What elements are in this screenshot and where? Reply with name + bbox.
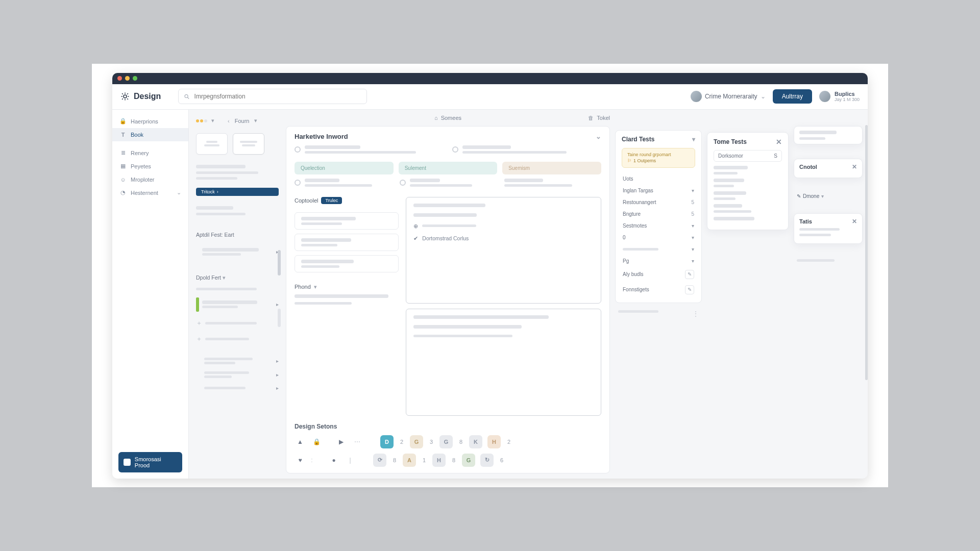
property-row[interactable]: ▾	[622, 243, 695, 255]
trash-icon[interactable]: 🗑	[588, 115, 594, 121]
inline-control[interactable]: ✔ Dortomstrad Corlus	[413, 235, 594, 241]
option-row[interactable]	[400, 179, 497, 187]
ds-count: 8	[391, 457, 398, 463]
window-minimize-dot[interactable]	[125, 76, 130, 81]
sidebar-item-renery[interactable]: ≣ Renery	[112, 146, 188, 160]
clard-card: Clard Tests ▾ Taine round grpomart ⚐ 1 O…	[615, 130, 702, 303]
heart-icon[interactable]: ♥	[295, 455, 306, 466]
main-area: ▾ ‹ Fourn ▾	[189, 110, 868, 479]
option-row[interactable]	[452, 145, 602, 154]
ds-button[interactable]: G	[410, 435, 423, 448]
property-row[interactable]: Sestmotes▾	[622, 220, 695, 232]
component-slot[interactable]	[295, 255, 399, 272]
option-row[interactable]	[295, 145, 444, 154]
ds-button[interactable]: K	[469, 435, 482, 448]
current-user[interactable]: Buplics Jay 1 M 300	[819, 91, 860, 102]
chip[interactable]: Quelection	[295, 162, 394, 174]
inline-control[interactable]: ⊕	[413, 223, 594, 229]
list-item[interactable]: ▸	[194, 296, 281, 313]
component-label: Coptoolel	[295, 197, 318, 204]
option-row[interactable]	[504, 179, 601, 187]
window-zoom-dot[interactable]	[133, 76, 137, 81]
property-row[interactable]: 0▾	[622, 232, 695, 243]
search-field[interactable]	[178, 89, 367, 104]
home-icon[interactable]: ⌂	[434, 115, 438, 121]
property-row[interactable]: Restounangert5	[622, 196, 695, 208]
component-tag[interactable]: Trulec	[321, 197, 342, 204]
ds-button[interactable]: H	[432, 454, 446, 467]
close-icon[interactable]: ✕	[852, 218, 857, 225]
page-thumbnail[interactable]	[196, 133, 228, 155]
dot-icon[interactable]: ●	[328, 455, 339, 466]
main-scrollbar[interactable]	[865, 125, 868, 380]
property-row[interactable]: Aly budls✎	[622, 267, 695, 282]
property-row[interactable]: Inglan Targas▾	[622, 185, 695, 196]
chevron-down-icon[interactable]: ▾	[211, 117, 214, 124]
preview-box[interactable]: ⊕ ✔ Dortomstrad Corlus	[406, 197, 601, 304]
property-row[interactable]: Fonnstigets✎	[622, 282, 695, 297]
page-thumbnail[interactable]	[233, 133, 264, 155]
tritock-pill[interactable]: Tritock›	[196, 188, 279, 196]
ds-button[interactable]: D	[380, 435, 394, 448]
list-item[interactable]: ▸	[194, 357, 281, 365]
scrollbar-thumb[interactable]	[278, 250, 281, 276]
ds-button[interactable]: ↻	[480, 454, 494, 467]
property-row[interactable]: Uots	[622, 173, 695, 185]
option-row[interactable]	[295, 179, 391, 187]
account-name: Crime Morneraraity	[705, 93, 757, 100]
chevron-down-icon[interactable]: ▾	[254, 117, 257, 124]
chevron-down-icon[interactable]: ⌄	[596, 133, 601, 140]
list-item[interactable]: ＋	[194, 318, 281, 329]
chevron-down-icon[interactable]: ▾	[692, 136, 695, 143]
tome-field[interactable]: Dorksomor S	[714, 150, 782, 162]
primary-action-button[interactable]: Aultrray	[773, 89, 812, 104]
list-item[interactable]: ▸	[194, 244, 281, 260]
lock-icon: 🔒	[119, 118, 127, 125]
list-item[interactable]: ▸	[194, 384, 281, 392]
component-slot[interactable]	[295, 234, 399, 251]
window-titlebar	[112, 73, 868, 84]
ds-button[interactable]: G	[439, 435, 453, 448]
tome-title: Tome Tests	[714, 138, 747, 145]
edit-icon[interactable]: ✎	[685, 270, 694, 279]
ds-button[interactable]: A	[403, 454, 416, 467]
window-close-dot[interactable]	[117, 76, 122, 81]
sidebar-item-mroploter[interactable]: ☺ Mroploter	[112, 173, 188, 186]
scrollbar-thumb[interactable]	[278, 309, 281, 327]
ds-button[interactable]: G	[462, 454, 475, 467]
cnotol-title: Cnotol	[799, 164, 817, 170]
chip[interactable]: Suemism	[502, 162, 601, 174]
gear-icon	[120, 92, 130, 101]
sidebar-item-peyetes[interactable]: ▦ Peyetes	[112, 160, 188, 173]
promo-button[interactable]: Smorosasi Prood	[118, 452, 182, 472]
app-logo[interactable]: Design	[120, 92, 161, 101]
lock-icon[interactable]: 🔒	[311, 436, 322, 447]
sidebar-item-haerprions[interactable]: 🔒 Haerprions	[112, 115, 188, 128]
close-icon[interactable]: ✕	[852, 163, 857, 170]
preview-box[interactable]	[406, 309, 601, 416]
list-item[interactable]: ＋	[194, 334, 281, 344]
close-icon[interactable]: ✕	[776, 138, 782, 146]
promo-icon	[124, 459, 131, 466]
edit-icon[interactable]: ✎	[685, 285, 694, 294]
search-input[interactable]	[194, 93, 362, 100]
chip[interactable]: Sulement	[399, 162, 498, 174]
property-row[interactable]: Bngture5	[622, 208, 695, 220]
sidebar-item-hesternent[interactable]: ◔ Hesternent ⌄	[112, 186, 188, 199]
flag-icon[interactable]: ▶	[335, 436, 347, 447]
ds-button[interactable]: ⟳	[373, 454, 386, 467]
dropdown-link[interactable]: ✎ Dmone ▾	[794, 193, 863, 199]
component-slot[interactable]	[295, 212, 399, 230]
list-item[interactable]: ▸	[194, 370, 281, 379]
property-row[interactable]: Pg▾	[622, 255, 695, 267]
radio-icon	[452, 146, 458, 153]
tome-column: Tome Tests ✕ Dorksomor S	[707, 115, 789, 473]
user-icon[interactable]: ▲	[295, 436, 306, 447]
user-name: Buplics	[835, 91, 860, 97]
chevron-left-icon[interactable]: ‹	[228, 118, 230, 124]
clock-icon: ◔	[119, 189, 127, 196]
ds-button[interactable]: H	[487, 435, 501, 448]
account-switcher[interactable]: Crime Morneraraity ⌄	[691, 91, 766, 102]
sidebar-item-book[interactable]: T Book	[112, 128, 188, 141]
grid-icon: ▦	[119, 163, 127, 170]
